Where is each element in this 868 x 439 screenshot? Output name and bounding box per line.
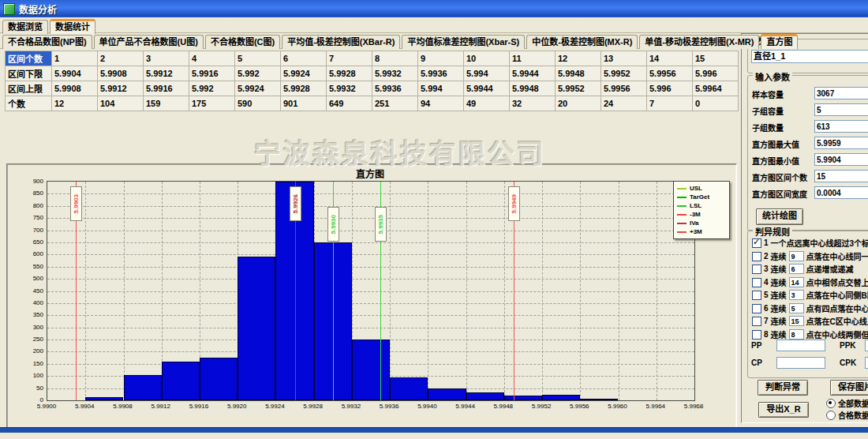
cell[interactable]: 251 bbox=[372, 96, 418, 111]
chart-tab-4[interactable]: 平均值标准差控制图(Xbar-S) bbox=[402, 35, 525, 49]
rule-8-checkbox[interactable] bbox=[752, 330, 761, 340]
cell[interactable]: 94 bbox=[418, 96, 464, 111]
row-header-3[interactable]: 个数 bbox=[6, 96, 52, 111]
row-header-0[interactable]: 区间个数 bbox=[6, 51, 52, 66]
cell[interactable]: 9 bbox=[418, 51, 464, 66]
cell[interactable]: 175 bbox=[189, 96, 235, 111]
rule-1-checkbox[interactable] bbox=[752, 238, 761, 248]
row-header-1[interactable]: 区间下限 bbox=[6, 66, 52, 81]
rule-count-input[interactable] bbox=[789, 251, 804, 261]
param-input[interactable] bbox=[814, 170, 868, 182]
chart-tab-2[interactable]: 不合格数图(C图) bbox=[205, 35, 280, 49]
chart-tab-6[interactable]: 单值-移动极差控制图(X-MR) bbox=[639, 35, 759, 49]
param-input[interactable] bbox=[814, 120, 868, 133]
cell[interactable]: 12 bbox=[52, 96, 98, 111]
rule-count-input[interactable] bbox=[789, 303, 804, 313]
cell[interactable]: 5.9908 bbox=[98, 66, 144, 81]
save-image-button[interactable]: 保存图片 bbox=[830, 380, 868, 396]
param-input[interactable] bbox=[814, 137, 868, 149]
cell[interactable]: 14 bbox=[647, 51, 693, 66]
cell[interactable]: 7 bbox=[647, 96, 693, 111]
cell[interactable]: 5.9912 bbox=[144, 66, 189, 81]
chart-tab-7[interactable]: 直方图 bbox=[761, 34, 798, 49]
cell[interactable]: 10 bbox=[464, 51, 510, 66]
cell[interactable]: 4 bbox=[189, 51, 235, 66]
cell[interactable]: 5.9948 bbox=[556, 66, 601, 81]
chart-tab-3[interactable]: 平均值-极差控制图(XBar-R) bbox=[282, 35, 400, 49]
capability-input-cpk[interactable] bbox=[865, 357, 868, 369]
cell[interactable]: 5.992 bbox=[235, 66, 281, 81]
cell[interactable]: 8 bbox=[372, 51, 418, 66]
rule-6-checkbox[interactable] bbox=[752, 304, 761, 313]
cell[interactable]: 6 bbox=[281, 51, 327, 66]
cell[interactable]: 5.9952 bbox=[601, 66, 647, 81]
rule-5-checkbox[interactable] bbox=[752, 291, 761, 300]
cell[interactable]: 5.9928 bbox=[327, 66, 372, 81]
rule-count-input[interactable] bbox=[789, 316, 804, 326]
cell[interactable]: 2 bbox=[98, 51, 144, 66]
cell[interactable]: 5.9908 bbox=[52, 81, 98, 96]
radio-icon[interactable] bbox=[826, 399, 836, 408]
chart-tab-5[interactable]: 中位数-极差控制图(MX-R) bbox=[526, 35, 638, 49]
cell[interactable]: 5.9932 bbox=[327, 81, 372, 96]
cell[interactable]: 0 bbox=[693, 96, 739, 111]
cell[interactable]: 7 bbox=[327, 51, 372, 66]
judge-anomaly-button[interactable]: 判断异常 bbox=[758, 380, 808, 396]
cell[interactable]: 104 bbox=[98, 96, 144, 111]
cell[interactable]: 20 bbox=[556, 96, 601, 111]
cell[interactable]: 15 bbox=[693, 51, 739, 66]
cell[interactable]: 159 bbox=[144, 96, 189, 111]
cell[interactable]: 5.9944 bbox=[464, 81, 510, 96]
radio-icon[interactable] bbox=[826, 411, 836, 420]
cell[interactable]: 5.9936 bbox=[418, 66, 464, 81]
capability-input-ppk[interactable] bbox=[865, 340, 868, 351]
main-tab-0[interactable]: 数据浏览 bbox=[2, 20, 48, 34]
cell[interactable]: 5.9956 bbox=[647, 66, 693, 81]
cell[interactable]: 5.9924 bbox=[281, 66, 327, 81]
dataset-combo[interactable]: 直径1_1 bbox=[751, 50, 868, 63]
cell[interactable]: 24 bbox=[601, 96, 647, 111]
row-header-2[interactable]: 区间上限 bbox=[6, 81, 52, 96]
cell[interactable]: 5.9916 bbox=[144, 81, 189, 96]
rule-2-checkbox[interactable] bbox=[752, 252, 761, 261]
cell[interactable]: 5.9912 bbox=[98, 81, 144, 96]
rule-4-checkbox[interactable] bbox=[752, 278, 761, 287]
cell[interactable]: 5.9944 bbox=[510, 66, 556, 81]
param-input[interactable] bbox=[814, 103, 868, 116]
cell[interactable]: 5.9948 bbox=[510, 81, 556, 96]
cell[interactable]: 5.994 bbox=[418, 81, 464, 96]
radio-passed-data[interactable]: 合格数据 bbox=[826, 409, 868, 421]
cell[interactable]: 5.9932 bbox=[372, 66, 418, 81]
rule-count-input[interactable] bbox=[789, 290, 804, 300]
chart-tab-1[interactable]: 单位产品不合格数图(U图) bbox=[94, 35, 204, 49]
export-xr-button[interactable]: 导出X_R bbox=[758, 402, 809, 418]
draw-button[interactable]: 统计绘图 bbox=[756, 208, 803, 225]
capability-input-cp[interactable] bbox=[776, 357, 825, 369]
cell[interactable]: 3 bbox=[144, 51, 189, 66]
cell[interactable]: 5.996 bbox=[693, 66, 739, 81]
cell[interactable]: 590 bbox=[235, 96, 281, 111]
cell[interactable]: 1 bbox=[52, 51, 98, 66]
cell[interactable]: 5.9964 bbox=[693, 81, 739, 96]
param-input[interactable] bbox=[814, 87, 868, 99]
cell[interactable]: 5.992 bbox=[189, 81, 235, 96]
cell[interactable]: 49 bbox=[464, 96, 510, 111]
radio-all-data[interactable]: 全部数据 bbox=[826, 397, 868, 409]
cell[interactable]: 32 bbox=[510, 96, 556, 111]
cell[interactable]: 5.9928 bbox=[281, 81, 327, 96]
cell[interactable]: 649 bbox=[327, 96, 372, 111]
rule-3-checkbox[interactable] bbox=[752, 265, 761, 274]
cell[interactable]: 11 bbox=[510, 51, 556, 66]
rule-7-checkbox[interactable] bbox=[752, 317, 761, 326]
cell[interactable]: 12 bbox=[556, 51, 601, 66]
rule-count-input[interactable] bbox=[789, 264, 804, 274]
cell[interactable]: 5.996 bbox=[647, 81, 693, 96]
cell[interactable]: 5.9956 bbox=[601, 81, 647, 96]
cell[interactable]: 5.994 bbox=[464, 66, 510, 81]
main-tab-1[interactable]: 数据统计 bbox=[50, 19, 95, 34]
cell[interactable]: 5.9924 bbox=[235, 81, 281, 96]
param-input[interactable] bbox=[814, 153, 868, 166]
cell[interactable]: 5 bbox=[235, 51, 281, 66]
cell[interactable]: 5.9936 bbox=[372, 81, 418, 96]
cell[interactable]: 901 bbox=[281, 96, 327, 111]
